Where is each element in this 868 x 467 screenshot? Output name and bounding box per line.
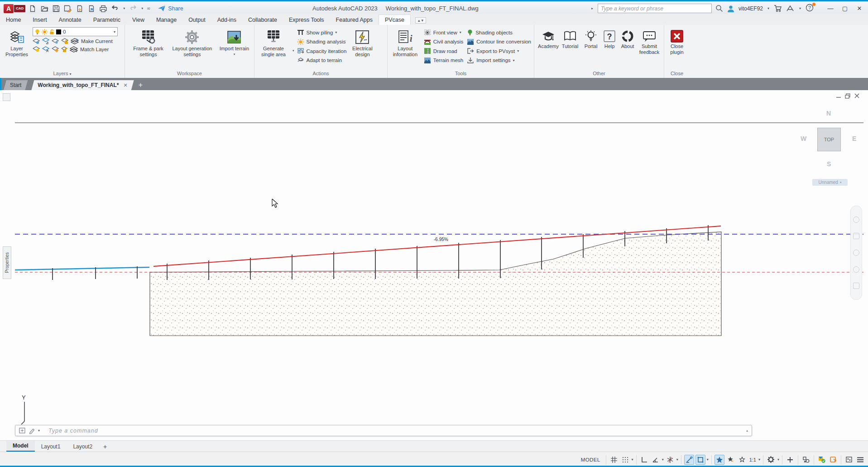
viewcube-west[interactable]: W: [801, 135, 806, 142]
tutorial-button[interactable]: Tutorial: [560, 27, 580, 49]
blue-tracker-line[interactable]: [15, 267, 149, 270]
file-tab-close-icon[interactable]: ✕: [123, 82, 127, 88]
ortho-mode-button[interactable]: [639, 455, 649, 465]
tab-pvcase[interactable]: PVcase: [379, 14, 411, 25]
model-space-label[interactable]: MODEL: [581, 457, 600, 462]
annotation-visibility-button[interactable]: [715, 455, 724, 465]
tab-model[interactable]: Model: [6, 441, 35, 452]
grid-display-button[interactable]: [609, 455, 619, 465]
viewcube-east[interactable]: E: [852, 135, 856, 142]
file-tab-start[interactable]: Start: [4, 80, 28, 90]
object-snap-tracking-button[interactable]: [684, 455, 694, 465]
new-file-tab-button[interactable]: +: [139, 81, 143, 89]
isolate-objects-button[interactable]: [801, 455, 811, 465]
layer-unisolate-icon[interactable]: [42, 46, 50, 53]
import-terrain-button[interactable]: Import terrain ▾: [217, 27, 251, 57]
pan-icon[interactable]: [853, 233, 859, 239]
generate-single-area-button[interactable]: Generate single area: [257, 27, 290, 57]
tab-express-tools[interactable]: Express Tools: [283, 15, 330, 25]
academy-button[interactable]: Academy: [538, 27, 559, 49]
new-layout-button[interactable]: +: [99, 441, 111, 452]
help-menu[interactable]: ?: [806, 4, 814, 13]
undo-button[interactable]: [110, 4, 120, 13]
tab-collaborate[interactable]: Collaborate: [242, 15, 283, 25]
isometric-dropdown[interactable]: ▾: [676, 457, 678, 462]
annotation-scale-icon-button[interactable]: [737, 455, 747, 465]
about-button[interactable]: About: [619, 27, 637, 49]
tab-manage[interactable]: Manage: [150, 15, 182, 25]
layer-unlock2-icon[interactable]: [61, 46, 68, 53]
full-navigation-wheel-icon[interactable]: [853, 217, 859, 223]
autodesk-apps-icon[interactable]: [786, 5, 795, 12]
contour-line-conversion-button[interactable]: Contour line conversion: [467, 38, 531, 47]
fullscreen-button[interactable]: [844, 455, 854, 465]
polar-tracking-button[interactable]: [651, 455, 661, 465]
viewcube[interactable]: N W TOP E S Unnamed ▾: [795, 109, 868, 190]
viewport-restore-icon[interactable]: [844, 93, 851, 99]
tab-insert[interactable]: Insert: [27, 15, 53, 25]
annotation-scale-value[interactable]: 1:1: [748, 457, 757, 462]
new-drawing-button[interactable]: [28, 4, 37, 13]
showmotion-icon[interactable]: [853, 283, 859, 289]
graphics-performance-button[interactable]: [817, 455, 827, 465]
viewcube-top-face[interactable]: TOP: [817, 128, 841, 151]
layer-isolate-icon[interactable]: [42, 38, 50, 44]
command-recent-icon[interactable]: [29, 428, 35, 434]
autocad-app-badge[interactable]: A CAD: [4, 4, 25, 13]
help-button[interactable]: ? Help: [601, 27, 618, 49]
show-piling-button[interactable]: Show piling ▾: [297, 28, 347, 37]
redo-button[interactable]: [129, 4, 138, 13]
layer-dropdown[interactable]: 0 ▾: [33, 27, 118, 36]
tab-featured-apps[interactable]: Featured Apps: [330, 15, 379, 25]
close-plugin-button[interactable]: Close plugin: [667, 27, 687, 55]
user-dropdown[interactable]: ▾: [767, 6, 770, 10]
command-line[interactable]: ▾ Type a command ▴: [15, 425, 752, 436]
tab-parametric[interactable]: Parametric: [87, 15, 126, 25]
layer-on-icon[interactable]: [33, 46, 40, 53]
user-avatar-icon[interactable]: [727, 5, 735, 13]
submit-feedback-button[interactable]: Submit feedback: [638, 27, 661, 55]
civil-analysis-button[interactable]: Civil analysis: [424, 38, 463, 47]
make-current-label[interactable]: Make Current: [81, 39, 113, 44]
tab-output[interactable]: Output: [182, 15, 211, 25]
named-view-dropdown[interactable]: Unnamed ▾: [812, 179, 848, 186]
ribbon-collapse-button[interactable]: ▴ ▾: [415, 17, 426, 24]
viewcube-north[interactable]: N: [826, 110, 831, 117]
palette-autohide-button[interactable]: [3, 93, 10, 101]
tab-layout1[interactable]: Layout1: [35, 441, 67, 452]
import-settings-button[interactable]: Import settings ▾: [467, 56, 531, 65]
open-drawing-button[interactable]: [40, 4, 49, 13]
cart-icon[interactable]: [774, 5, 782, 12]
tab-layout2[interactable]: Layout2: [67, 441, 99, 452]
layer-freeze-icon[interactable]: [52, 38, 59, 44]
orbit-icon[interactable]: [853, 266, 859, 273]
portal-button[interactable]: Portal: [581, 27, 600, 49]
object-snap-dropdown[interactable]: ▾: [707, 457, 709, 462]
search-icon[interactable]: [715, 5, 723, 12]
qat-customize-dropdown[interactable]: ≂: [147, 6, 150, 11]
customization-gear-button[interactable]: [766, 455, 776, 465]
frame-park-settings-button[interactable]: Frame & park settings: [129, 27, 167, 57]
file-tab-active-doc[interactable]: Working_with_topo_FT_FINAL* ✕: [31, 80, 134, 90]
layer-off-icon[interactable]: [33, 38, 40, 44]
adapt-to-terrain-button[interactable]: Adapt to terrain: [297, 56, 347, 65]
tab-home[interactable]: Home: [0, 15, 27, 25]
front-view-button[interactable]: Front view ▾: [424, 28, 463, 37]
snap-dropdown[interactable]: ▾: [632, 457, 633, 462]
isometric-drafting-button[interactable]: [665, 455, 675, 465]
search-input[interactable]: Type a keyword or phrase: [598, 4, 712, 13]
command-dropdown[interactable]: ▾: [38, 428, 40, 433]
electrical-design-button[interactable]: Electrical design: [349, 27, 375, 57]
save-as-button[interactable]: [63, 4, 72, 13]
command-customize-icon[interactable]: [19, 428, 26, 434]
maximize-button[interactable]: ▢: [838, 3, 852, 14]
annotation-scale-dropdown[interactable]: ▾: [758, 457, 760, 462]
draw-road-button[interactable]: Draw road: [424, 47, 463, 56]
match-layer-label[interactable]: Match Layer: [80, 47, 109, 52]
shading-objects-button[interactable]: Shading objects: [467, 28, 531, 37]
drawing-canvas[interactable]: -6.95% Y N W TOP E S Unnamed ▾: [0, 90, 868, 440]
statusbar-menu-button[interactable]: [855, 455, 865, 465]
capacity-iteration-button[interactable]: Capacity iteration: [297, 47, 347, 56]
tab-view[interactable]: View: [126, 15, 150, 25]
statusbar-customize-button[interactable]: [785, 455, 795, 465]
